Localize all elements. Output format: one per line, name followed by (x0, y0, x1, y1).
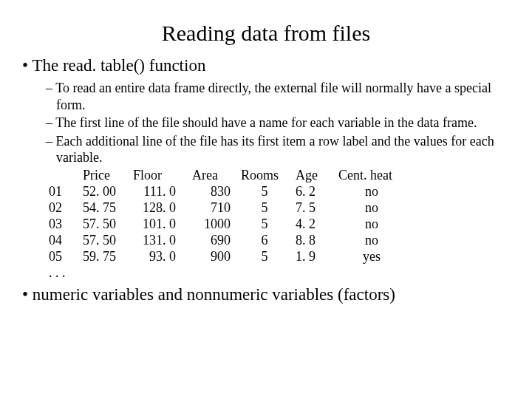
table-row: 05 59. 75 93. 0 900 5 1. 9 yes (49, 249, 412, 265)
slide: Reading data from files • The read. tabl… (0, 0, 532, 399)
table-row: 02 54. 75 128. 0 710 5 7. 5 no (49, 200, 412, 216)
cell-area: 1000 (192, 216, 241, 233)
cell-price: 52. 00 (83, 184, 133, 200)
hdr-rooms: Rooms (241, 168, 296, 184)
sub-2: – The first line of the file should have… (46, 115, 511, 132)
cell-rooms: 5 (241, 184, 296, 200)
cell-age: 1. 9 (296, 249, 338, 265)
hdr-area: Area (192, 168, 241, 184)
cell-age: 8. 8 (296, 233, 338, 249)
cell-rooms: 5 (241, 200, 296, 216)
cell-rooms: 5 (241, 249, 296, 265)
cell-cent: no (338, 200, 412, 216)
cell-lab: 02 (49, 200, 83, 216)
cell-price: 54. 75 (83, 200, 133, 216)
cell-price: 57. 50 (83, 233, 133, 249)
cell-lab: 04 (49, 233, 83, 249)
cell-rooms: 5 (241, 216, 296, 233)
cell-cent: yes (338, 249, 412, 265)
hdr-age: Age (296, 168, 338, 184)
cell-cent: no (338, 184, 412, 200)
ellipsis: . . . (49, 265, 511, 281)
data-table: Price Floor Area Rooms Age Cent. heat 01… (49, 168, 511, 265)
cell-floor: 111. 0 (133, 184, 192, 200)
hdr-price: Price (83, 168, 133, 184)
cell-lab: 01 (49, 184, 83, 200)
sub-bullets: – To read an entire data frame directly,… (46, 80, 511, 166)
bullet-read-table: • The read. table() function (22, 56, 511, 75)
cell-cent: no (338, 216, 412, 233)
cell-floor: 93. 0 (133, 249, 192, 265)
cell-age: 4. 2 (296, 216, 338, 233)
hdr-floor: Floor (133, 168, 192, 184)
cell-area: 710 (192, 200, 241, 216)
cell-price: 57. 50 (83, 216, 133, 233)
cell-lab: 03 (49, 216, 83, 233)
slide-title: Reading data from files (21, 21, 511, 46)
cell-age: 6. 2 (296, 184, 338, 200)
cell-cent: no (338, 233, 412, 249)
cell-area: 830 (192, 184, 241, 200)
cell-area: 690 (192, 233, 241, 249)
cell-floor: 101. 0 (133, 216, 192, 233)
hdr-blank (49, 168, 83, 184)
hdr-cent: Cent. heat (338, 168, 412, 184)
table-header-row: Price Floor Area Rooms Age Cent. heat (49, 168, 412, 184)
cell-floor: 131. 0 (133, 233, 192, 249)
bullet-numeric-vars: • numeric variables and nonnumeric varia… (22, 285, 511, 304)
sub-3: – Each additional line of the file has i… (46, 133, 511, 166)
table-row: 04 57. 50 131. 0 690 6 8. 8 no (49, 233, 412, 249)
cell-rooms: 6 (241, 233, 296, 249)
cell-area: 900 (192, 249, 241, 265)
table-row: 03 57. 50 101. 0 1000 5 4. 2 no (49, 216, 412, 233)
cell-price: 59. 75 (83, 249, 133, 265)
cell-age: 7. 5 (296, 200, 338, 216)
cell-floor: 128. 0 (133, 200, 192, 216)
cell-lab: 05 (49, 249, 83, 265)
table-row: 01 52. 00 111. 0 830 5 6. 2 no (49, 184, 412, 200)
sub-1: – To read an entire data frame directly,… (46, 80, 511, 113)
